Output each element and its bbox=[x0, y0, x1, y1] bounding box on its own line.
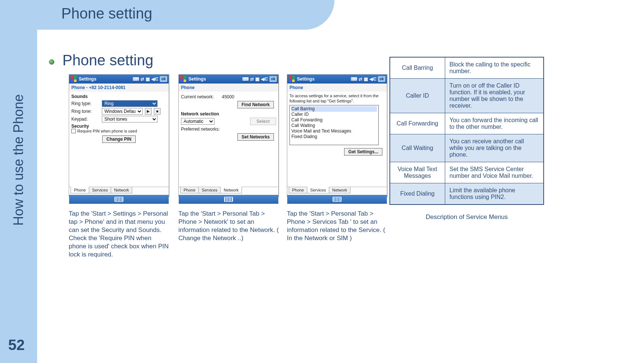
windows-start-icon[interactable] bbox=[71, 76, 77, 82]
service-name: Caller ID bbox=[390, 79, 445, 113]
windows-start-icon[interactable] bbox=[289, 76, 295, 82]
ring-type-select[interactable]: Ring bbox=[102, 100, 158, 107]
subheader: Phone bbox=[179, 84, 278, 92]
bullet-icon bbox=[49, 59, 54, 65]
input-panel-icon: ⌨ bbox=[351, 76, 357, 82]
service-menus-table: Call Barring Block the calling to the sp… bbox=[389, 57, 544, 205]
play-button[interactable]: ▶ bbox=[145, 108, 152, 115]
subheader: Phone bbox=[287, 84, 387, 92]
list-item[interactable]: Caller ID bbox=[291, 112, 377, 117]
service-name: Call Forwarding bbox=[390, 113, 445, 134]
set-networks-button[interactable]: Set Networks bbox=[237, 133, 274, 141]
status-bar-icons: ⌨ ⇄ ▦ ◀∈ bbox=[242, 76, 268, 82]
sync-icon: ⇄ bbox=[140, 76, 144, 82]
body: Current network: 45000 Find Network Netw… bbox=[179, 92, 278, 187]
list-item[interactable]: Voice Mail and Text Messages bbox=[291, 128, 377, 134]
caption-screenshot-1: Tap the 'Start > Settings > Personal tap… bbox=[69, 210, 170, 259]
sync-icon: ⇄ bbox=[359, 76, 362, 82]
side-rail-label: How to use the Phone bbox=[11, 94, 26, 226]
status-bar-icons: ⌨ ⇄ ▦ ◀∈ bbox=[351, 76, 376, 82]
ring-type-label: Ring type: bbox=[71, 101, 100, 106]
tab-network[interactable]: Network bbox=[220, 187, 242, 193]
caption-screenshot-3: Tap the 'Start > Personal Tab > Phone > … bbox=[287, 210, 388, 242]
titlebar: Settings ⌨ ⇄ ▦ ◀∈ ok bbox=[287, 75, 387, 84]
table-row: Call Barring Block the calling to the sp… bbox=[390, 57, 544, 79]
signal-icon: ▦ bbox=[364, 76, 368, 82]
change-pin-button[interactable]: Change PIN bbox=[102, 135, 136, 143]
keyboard-icon[interactable] bbox=[333, 197, 342, 202]
soft-key-bar bbox=[69, 195, 169, 204]
input-panel-icon: ⌨ bbox=[242, 76, 249, 82]
tab-bar: Phone Services Network bbox=[69, 187, 169, 195]
screenshot-phone-services: Settings ⌨ ⇄ ▦ ◀∈ ok Phone To access set… bbox=[287, 74, 387, 197]
speaker-icon: ◀∈ bbox=[369, 76, 376, 82]
tab-phone[interactable]: Phone bbox=[71, 187, 89, 193]
preferred-networks-label: Preferred networks: bbox=[181, 127, 229, 132]
section-heading: Phone setting bbox=[62, 52, 153, 69]
tab-services[interactable]: Services bbox=[198, 187, 221, 193]
tab-bar: Phone Services Network bbox=[287, 187, 387, 195]
service-desc: Set the SMS Service Center number and Vo… bbox=[445, 162, 544, 183]
keyboard-icon[interactable] bbox=[114, 197, 123, 202]
tab-phone[interactable]: Phone bbox=[180, 187, 199, 193]
tab-services[interactable]: Services bbox=[307, 187, 329, 193]
window-title: Settings bbox=[297, 76, 351, 82]
window-title: Settings bbox=[79, 76, 133, 82]
service-desc: Limit the available phone functions usin… bbox=[445, 183, 544, 205]
keyboard-icon[interactable] bbox=[224, 197, 233, 202]
stop-button[interactable]: ■ bbox=[154, 108, 161, 115]
select-network-button: Select bbox=[250, 118, 276, 125]
group-sounds: Sounds bbox=[71, 94, 166, 99]
services-intro-text: To access settings for a service, select… bbox=[289, 93, 385, 104]
page-header-bar bbox=[0, 0, 334, 30]
list-item[interactable]: Fixed Dialing bbox=[291, 134, 377, 140]
page-number: 52 bbox=[8, 337, 25, 353]
signal-icon: ▦ bbox=[146, 76, 150, 82]
list-item[interactable]: Call Forwarding bbox=[291, 117, 377, 123]
body: To access settings for a service, select… bbox=[287, 92, 387, 187]
soft-key-bar bbox=[287, 195, 387, 204]
side-rail: How to use the Phone bbox=[0, 30, 37, 363]
tab-services[interactable]: Services bbox=[89, 187, 111, 193]
services-listbox[interactable]: Call Barring Caller ID Call Forwarding C… bbox=[289, 105, 379, 145]
network-selection-select[interactable]: Automatic bbox=[181, 118, 214, 125]
service-name: Fixed Dialing bbox=[390, 183, 445, 205]
tab-network[interactable]: Network bbox=[329, 187, 350, 193]
get-settings-button[interactable]: Get Settings... bbox=[344, 148, 382, 156]
current-network-label: Current network: bbox=[181, 94, 220, 99]
group-security: Security bbox=[71, 124, 166, 129]
ring-tone-label: Ring tone: bbox=[71, 109, 100, 114]
service-desc: Turn on or off the Caller ID function. I… bbox=[445, 79, 544, 113]
ok-button[interactable]: ok bbox=[160, 76, 167, 82]
screenshot-phone-sounds: Settings ⌨ ⇄ ▦ ◀∈ ok Phone - +82 10-2114… bbox=[69, 74, 169, 197]
tab-bar: Phone Services Network bbox=[179, 187, 278, 195]
require-pin-label: Require PIN when phone is used bbox=[77, 129, 137, 133]
tab-phone[interactable]: Phone bbox=[289, 187, 307, 193]
ok-button[interactable]: ok bbox=[269, 76, 277, 82]
list-item[interactable]: Call Waiting bbox=[291, 123, 377, 128]
soft-key-bar bbox=[179, 195, 278, 204]
current-network-value: 45000 bbox=[222, 94, 234, 99]
ring-tone-select[interactable]: Windows Default bbox=[102, 108, 143, 115]
table-row: Call Forwarding You can forward the inco… bbox=[390, 113, 544, 134]
service-name: Call Waiting bbox=[390, 134, 445, 162]
screenshot-phone-network: Settings ⌨ ⇄ ▦ ◀∈ ok Phone Current netwo… bbox=[178, 74, 279, 197]
speaker-icon: ◀∈ bbox=[261, 76, 268, 82]
subheader: Phone - +82 10-2114-0081 bbox=[69, 84, 169, 92]
table-row: Voice Mail Text Messages Set the SMS Ser… bbox=[390, 162, 544, 183]
ok-button[interactable]: ok bbox=[378, 76, 385, 82]
caption-screenshot-2: Tap the 'Start > Personal Tab > Phone > … bbox=[178, 210, 279, 242]
service-table-caption: Description of Service Menus bbox=[389, 213, 544, 221]
table-row: Call Waiting You can receive another cal… bbox=[390, 134, 544, 162]
keypad-select[interactable]: Short tones bbox=[102, 116, 158, 122]
tab-network[interactable]: Network bbox=[111, 187, 132, 193]
find-network-button[interactable]: Find Network bbox=[237, 101, 274, 108]
require-pin-checkbox[interactable] bbox=[71, 129, 76, 133]
list-item[interactable]: Call Barring bbox=[291, 106, 377, 112]
body: Sounds Ring type: Ring Ring tone: Window… bbox=[69, 92, 169, 187]
keypad-label: Keypad: bbox=[71, 117, 100, 122]
table-row: Caller ID Turn on or off the Caller ID f… bbox=[390, 79, 544, 113]
window-title: Settings bbox=[188, 76, 242, 82]
windows-start-icon[interactable] bbox=[180, 76, 186, 82]
speaker-icon: ◀∈ bbox=[151, 76, 158, 82]
